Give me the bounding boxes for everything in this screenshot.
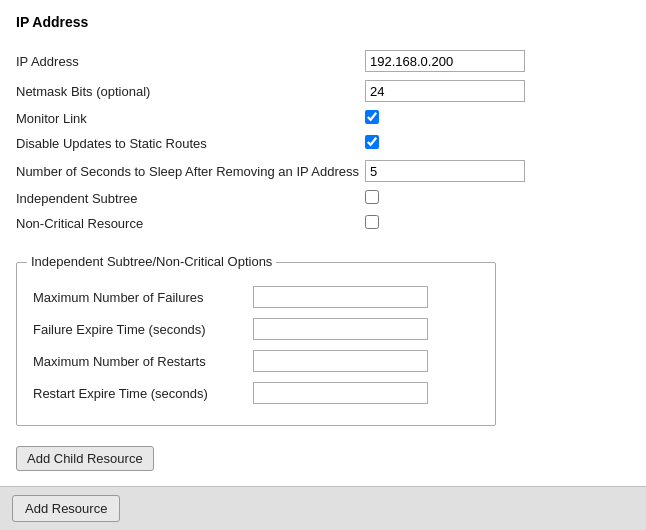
restart-expire-row: Restart Expire Time (seconds) [33,377,479,409]
disable-updates-row: Disable Updates to Static Routes [16,131,630,156]
max-failures-label: Maximum Number of Failures [33,281,253,313]
independent-subtree-label: Independent Subtree [16,186,365,211]
independent-subtree-checkbox[interactable] [365,190,379,204]
monitor-link-row: Monitor Link [16,106,630,131]
failure-expire-row: Failure Expire Time (seconds) [33,313,479,345]
subtree-options-legend: Independent Subtree/Non-Critical Options [27,254,276,269]
non-critical-label: Non-Critical Resource [16,211,365,236]
netmask-bits-input[interactable] [365,80,525,102]
ip-address-input[interactable] [365,50,525,72]
ip-address-label: IP Address [16,46,365,76]
bottom-bar: Add Resource [0,486,646,530]
netmask-bits-row: Netmask Bits (optional) [16,76,630,106]
restart-expire-input[interactable] [253,382,428,404]
sleep-seconds-row: Number of Seconds to Sleep After Removin… [16,156,630,186]
non-critical-checkbox[interactable] [365,215,379,229]
restart-expire-label: Restart Expire Time (seconds) [33,377,253,409]
page-container: IP Address IP Address Netmask Bits (opti… [0,0,646,530]
subtree-options-group: Independent Subtree/Non-Critical Options… [16,262,496,426]
monitor-link-checkbox[interactable] [365,110,379,124]
max-failures-input[interactable] [253,286,428,308]
subtree-form-table: Maximum Number of Failures Failure Expir… [33,281,479,409]
sleep-seconds-input[interactable] [365,160,525,182]
disable-updates-checkbox[interactable] [365,135,379,149]
non-critical-row: Non-Critical Resource [16,211,630,236]
netmask-bits-label: Netmask Bits (optional) [16,76,365,106]
independent-subtree-row: Independent Subtree [16,186,630,211]
max-restarts-input[interactable] [253,350,428,372]
page-title: IP Address [16,14,630,30]
add-resource-button[interactable]: Add Resource [12,495,120,522]
monitor-link-label: Monitor Link [16,106,365,131]
add-child-resource-button[interactable]: Add Child Resource [16,446,154,471]
main-content: IP Address IP Address Netmask Bits (opti… [0,0,646,486]
failure-expire-label: Failure Expire Time (seconds) [33,313,253,345]
max-failures-row: Maximum Number of Failures [33,281,479,313]
disable-updates-label: Disable Updates to Static Routes [16,131,365,156]
max-restarts-row: Maximum Number of Restarts [33,345,479,377]
ip-address-row: IP Address [16,46,630,76]
failure-expire-input[interactable] [253,318,428,340]
form-table: IP Address Netmask Bits (optional) Monit… [16,46,630,246]
max-restarts-label: Maximum Number of Restarts [33,345,253,377]
sleep-seconds-label: Number of Seconds to Sleep After Removin… [16,156,365,186]
